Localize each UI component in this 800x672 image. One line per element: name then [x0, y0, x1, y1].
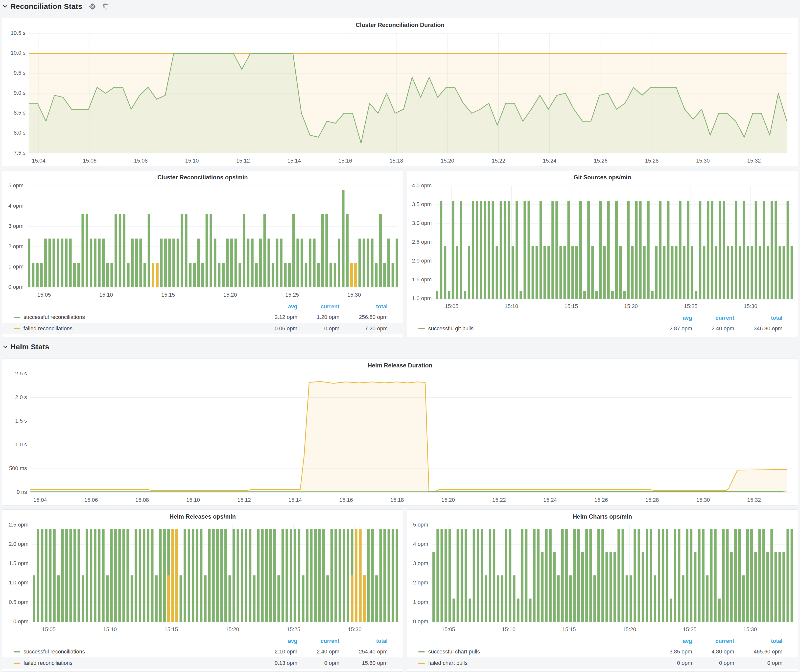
stat-avg: 2.10 opm: [255, 648, 298, 655]
stat-header-avg[interactable]: avg: [650, 638, 692, 644]
svg-text:0 opm: 0 opm: [8, 284, 24, 290]
section-reconciliation-stats[interactable]: Reconciliation Stats: [3, 1, 798, 12]
legend-series-label[interactable]: successful reconciliations: [24, 648, 255, 655]
svg-text:15:20: 15:20: [226, 626, 239, 632]
stat-header-total[interactable]: total: [339, 638, 388, 644]
stat-header-total[interactable]: total: [339, 303, 388, 310]
svg-text:4 opm: 4 opm: [413, 541, 428, 547]
stat-avg: 3.85 opm: [650, 648, 692, 655]
svg-text:15:25: 15:25: [684, 303, 698, 309]
cluster-reconciliation-duration-chart[interactable]: 15:0415:0615:0815:1015:1215:1415:1615:18…: [2, 30, 798, 166]
stat-total: 346.80 opm: [734, 325, 782, 332]
svg-text:15:32: 15:32: [747, 158, 761, 164]
panel-title[interactable]: Helm Charts ops/min: [407, 510, 798, 522]
svg-text:15:15: 15:15: [161, 292, 175, 298]
stat-avg: 2.87 opm: [650, 325, 692, 332]
stat-avg: 2.12 opm: [255, 314, 298, 320]
stat-header-current[interactable]: current: [692, 315, 734, 321]
svg-text:10.5 s: 10.5 s: [11, 30, 26, 36]
stat-total: 7.20 opm: [339, 325, 388, 332]
svg-text:2.5 s: 2.5 s: [15, 370, 27, 377]
svg-text:1.0 opm: 1.0 opm: [9, 579, 29, 586]
stat-current: 2.40 opm: [692, 325, 734, 332]
legend-series-label[interactable]: successful git pulls: [428, 325, 650, 332]
legend-row: successful reconciliations2.12 opm1.20 o…: [2, 312, 403, 323]
svg-text:2.5 opm: 2.5 opm: [9, 522, 29, 528]
cluster-reconciliations-opm-chart[interactable]: 15:0515:1015:1515:2015:2515:305 opm4 opm…: [2, 182, 403, 300]
svg-text:15:26: 15:26: [594, 158, 608, 164]
svg-text:1.5 s: 1.5 s: [15, 418, 27, 424]
svg-text:15:04: 15:04: [32, 158, 45, 164]
svg-text:15:30: 15:30: [743, 626, 757, 632]
chevron-down-icon: [3, 346, 7, 348]
svg-text:15:20: 15:20: [441, 497, 455, 503]
svg-text:5 opm: 5 opm: [413, 522, 428, 528]
series-color-dash: [14, 662, 20, 664]
section-helm-stats[interactable]: Helm Stats: [3, 341, 798, 352]
panel-title[interactable]: Helm Releases ops/min: [2, 510, 403, 522]
legend-series-label[interactable]: successful chart pulls: [428, 648, 650, 655]
svg-text:5 opm: 5 opm: [8, 182, 24, 189]
svg-text:15:10: 15:10: [185, 158, 198, 164]
svg-text:15:32: 15:32: [747, 497, 761, 503]
stat-header-avg[interactable]: avg: [255, 303, 298, 310]
svg-text:15:08: 15:08: [135, 497, 149, 503]
svg-text:2 opm: 2 opm: [8, 243, 24, 250]
svg-text:4.0 opm: 4.0 opm: [412, 182, 432, 189]
svg-text:15:30: 15:30: [696, 497, 710, 503]
panel-helm-releases-opm: Helm Releases ops/min 15:0515:1015:1515:…: [2, 509, 403, 672]
legend-helm-charts: avgcurrenttotalsuccessful chart pulls3.8…: [407, 635, 798, 671]
panel-title[interactable]: Helm Release Duration: [2, 358, 798, 370]
svg-text:15:15: 15:15: [564, 303, 578, 309]
legend-series-label[interactable]: failed reconciliations: [24, 325, 255, 332]
stat-header-avg[interactable]: avg: [650, 315, 692, 321]
series-color-dash: [14, 317, 20, 318]
svg-text:15:10: 15:10: [502, 626, 515, 632]
svg-text:10.0 s: 10.0 s: [11, 50, 26, 56]
svg-text:15:18: 15:18: [390, 158, 403, 164]
svg-text:15:30: 15:30: [744, 303, 757, 309]
stat-header-total[interactable]: total: [734, 638, 782, 644]
series-color-dash: [14, 651, 20, 653]
svg-text:15:18: 15:18: [390, 497, 404, 503]
stat-current: 0 opm: [298, 325, 339, 332]
panel-helm-release-duration: Helm Release Duration 15:0415:0615:0815:…: [2, 358, 798, 506]
stat-current: 2.40 opm: [298, 648, 339, 655]
svg-text:0 opm: 0 opm: [413, 618, 428, 624]
svg-text:0 opm: 0 opm: [13, 618, 29, 624]
helm-releases-opm-chart[interactable]: 15:0515:1015:1515:2015:2515:302.5 opm2.0…: [2, 522, 403, 635]
svg-text:3 opm: 3 opm: [413, 560, 428, 566]
svg-text:15:30: 15:30: [347, 292, 361, 298]
stat-header-total[interactable]: total: [734, 315, 782, 321]
svg-text:1.0 opm: 1.0 opm: [412, 295, 432, 301]
legend-series-label[interactable]: successful reconciliations: [24, 314, 255, 320]
gear-icon[interactable]: [89, 3, 96, 10]
panel-title[interactable]: Git Sources ops/min: [407, 170, 798, 182]
stat-header-current[interactable]: current: [298, 638, 339, 644]
stat-total: 0 opm: [734, 660, 782, 666]
svg-text:3.0 opm: 3.0 opm: [412, 220, 432, 226]
svg-text:15:20: 15:20: [624, 303, 638, 309]
stat-header-avg[interactable]: avg: [255, 638, 298, 644]
svg-text:15:12: 15:12: [237, 497, 251, 503]
panel-title[interactable]: Cluster Reconciliations ops/min: [2, 170, 403, 182]
panel-title[interactable]: Cluster Reconciliation Duration: [2, 18, 798, 30]
stat-total: 15.60 opm: [339, 660, 388, 666]
git-sources-opm-chart[interactable]: 15:0515:1015:1515:2015:2515:304.0 opm3.5…: [407, 182, 798, 312]
stat-header-current[interactable]: current: [298, 303, 339, 310]
helm-release-duration-chart[interactable]: 15:0415:0615:0815:1015:1215:1415:1615:18…: [2, 370, 798, 505]
legend-git-sources: avgcurrenttotalsuccessful git pulls2.87 …: [407, 312, 798, 337]
legend-series-label[interactable]: failed reconciliations: [24, 660, 255, 666]
legend-series-label[interactable]: failed chart pulls: [428, 660, 650, 666]
helm-charts-opm-chart[interactable]: 15:0515:1015:1515:2015:2515:305 opm4 opm…: [407, 522, 798, 635]
svg-text:15:10: 15:10: [186, 497, 200, 503]
section-title: Helm Stats: [10, 343, 49, 351]
stat-header-current[interactable]: current: [692, 638, 734, 644]
svg-text:15:30: 15:30: [696, 158, 710, 164]
svg-text:9.0 s: 9.0 s: [14, 90, 26, 96]
svg-text:9.5 s: 9.5 s: [14, 70, 26, 76]
svg-text:15:06: 15:06: [83, 158, 96, 164]
svg-text:0 ns: 0 ns: [17, 489, 27, 495]
svg-text:15:20: 15:20: [440, 158, 454, 164]
trash-icon[interactable]: [102, 3, 109, 10]
